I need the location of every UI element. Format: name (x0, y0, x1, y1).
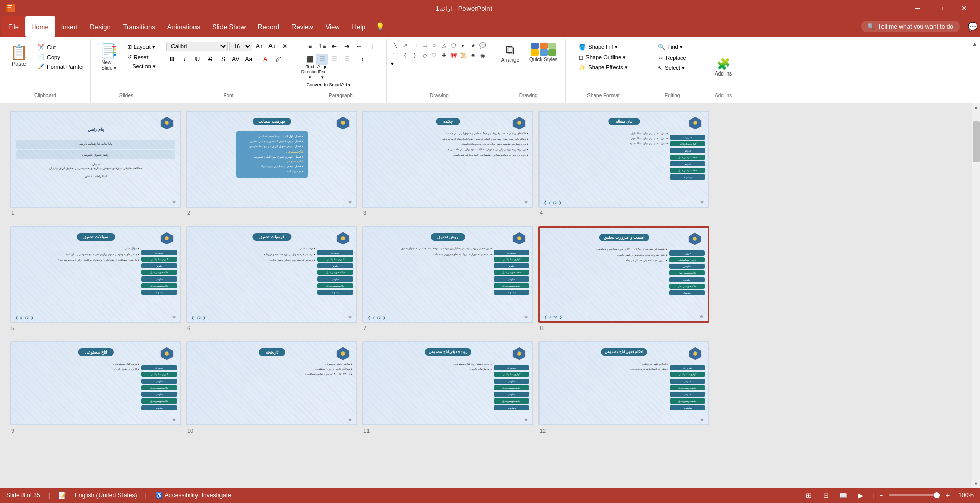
new-slide-button[interactable]: 📑 NewSlide ▾ (95, 41, 123, 73)
slide-thumbnail-5[interactable]: سوالات تحقیق ضرورت گواری سکو‌پلایتی خلوص… (10, 226, 181, 323)
font-spacing-btn[interactable]: AV (230, 54, 241, 65)
notes-btn[interactable]: 📝 (58, 492, 66, 499)
shape-triangle[interactable]: △ (439, 41, 449, 50)
line-spacing-btn[interactable]: ↕ (357, 54, 368, 65)
slide-grid[interactable]: پیام رئیس پایان‌نامه کارشناسی ارشد رشته … (0, 103, 972, 488)
reset-button[interactable]: ↺ Reset (125, 53, 158, 61)
shape-callout[interactable]: 💬 (478, 41, 487, 50)
cut-button[interactable]: ✂️ Cut (36, 43, 86, 52)
shape-rect[interactable]: □ (410, 41, 420, 50)
change-case-btn[interactable]: Aa (243, 54, 254, 65)
menu-item-view[interactable]: View (320, 16, 346, 37)
slide-thumbnail-12[interactable]: احکام فقهی لناح مصنوعی ضرورت گواری سکو‌پ… (538, 341, 709, 425)
clear-format-btn[interactable]: ✕ (279, 41, 290, 52)
slide-thumbnail-7[interactable]: روش تحقیق ضرورت گواری سکو‌پلایتی خلوص خل… (362, 226, 533, 323)
italic-btn[interactable]: I (179, 54, 190, 65)
zoom-in-btn[interactable]: + (946, 491, 950, 499)
decrease-indent-btn[interactable]: ⇤ (329, 41, 340, 52)
shape-chevron[interactable]: ⟩ (410, 51, 420, 60)
font-name-select[interactable]: Calibri (166, 42, 228, 51)
text-direction-2-btn[interactable]: Text Direction ▾ (304, 66, 315, 78)
shape-fill-button[interactable]: 🪣 Shape Fill ▾ (577, 43, 629, 52)
shape-oval[interactable]: ○ (430, 41, 439, 50)
font-size-select[interactable]: 16 (229, 42, 252, 51)
scroll-thumb[interactable] (973, 121, 980, 162)
menu-item-home[interactable]: Home (25, 16, 55, 37)
format-painter-button[interactable]: 🖌️ Format Painter (36, 62, 86, 71)
replace-button[interactable]: ↔ Replace (656, 54, 688, 62)
align-left-btn[interactable]: ⬛ (304, 54, 315, 65)
copy-button[interactable]: 📄 Copy (36, 53, 86, 61)
bullets-btn[interactable]: ≡ (304, 41, 315, 52)
shape-line[interactable]: ╲ (391, 41, 400, 50)
slide-thumbnail-9[interactable]: لناح مصنوعی ضرورت گواری سکو‌پلایتی خلوص … (10, 341, 181, 425)
find-button[interactable]: 🔍 Find ▾ (656, 43, 688, 52)
slideshow-view-btn[interactable]: ▶ (855, 490, 866, 501)
increase-indent-btn[interactable]: ⇥ (341, 41, 352, 52)
shape-pentagon[interactable]: ⬠ (449, 41, 458, 50)
align-text-btn[interactable]: Align Text ▾ (316, 66, 328, 78)
menu-item-transitions[interactable]: Transitions (117, 16, 161, 37)
slide-thumbnail-2[interactable]: فهرست مطالب ● فصل اول:کلیات و مفاهیم اسا… (186, 111, 357, 208)
paste-button[interactable]: 📋 Paste (6, 42, 32, 69)
maximize-btn[interactable]: □ (929, 0, 952, 16)
shape-arc[interactable]: ⌒ (391, 51, 400, 60)
strikethrough-btn[interactable]: S (205, 54, 216, 65)
zoom-slider[interactable] (889, 494, 940, 496)
normal-view-btn[interactable]: ⊞ (803, 490, 814, 501)
shape-scroll[interactable]: 📜 (459, 51, 468, 60)
slide-thumbnail-10[interactable]: تاریخچه ● سابقه تاریخی موضوع... ● تحولات… (186, 341, 357, 425)
minimize-btn[interactable]: ─ (905, 0, 929, 16)
convert-smartart-btn[interactable]: Convert to SmartArt ▾ (304, 79, 353, 90)
chat-icon[interactable]: 💬 (968, 22, 978, 32)
text-direction-btn[interactable]: ↔ (353, 41, 364, 52)
menu-item-file[interactable]: File (2, 16, 25, 37)
slide-thumbnail-4[interactable]: بیان مساله ضرورت گواری سکو‌پلایتی خلوص خ… (538, 111, 709, 208)
font-color-btn[interactable]: A (260, 54, 271, 65)
shape-arrow[interactable]: ↗ (401, 41, 410, 50)
text-highlight-btn[interactable]: 🖊 (273, 54, 284, 65)
shape-rounded-rect[interactable]: ▭ (420, 41, 429, 50)
shape-star[interactable]: ★ (469, 41, 478, 50)
menu-item-record[interactable]: Record (252, 16, 285, 37)
scrollbar[interactable]: ▲ ▼ (972, 103, 980, 488)
shadow-btn[interactable]: S (217, 54, 229, 65)
shapes-expand[interactable]: ▾ (391, 61, 394, 66)
ribbon-collapse-btn[interactable]: ▲ (970, 39, 980, 49)
menu-item-review[interactable]: Review (285, 16, 320, 37)
numbering-btn[interactable]: 1≡ (316, 41, 328, 52)
tell-me-box[interactable]: 🔍 Tell me what you want to do (861, 21, 960, 32)
slide-thumbnail-6[interactable]: فرضیات تحقیق ضرورت گواری سکو‌پلایتی خلوص… (186, 226, 357, 323)
scroll-track[interactable] (972, 111, 980, 480)
menu-item-animations[interactable]: Animations (161, 16, 206, 37)
section-button[interactable]: ≡ Section ▾ (125, 62, 158, 71)
reading-view-btn[interactable]: 📖 (838, 490, 849, 501)
slide-thumbnail-1[interactable]: پیام رئیس پایان‌نامه کارشناسی ارشد رشته … (10, 111, 181, 208)
select-button[interactable]: ↖ Select ▾ (656, 64, 688, 72)
zoom-out-btn[interactable]: - (880, 491, 883, 499)
shape-effects-button[interactable]: ✨ Shape Effects ▾ (577, 63, 629, 72)
underline-btn[interactable]: U (192, 54, 203, 65)
shape-droplet[interactable]: ◉ (478, 51, 487, 60)
addins-button[interactable]: 🧩 Add-ins (713, 56, 734, 79)
menu-item-insert[interactable]: Insert (55, 16, 84, 37)
slide-thumbnail-11[interactable]: روند حقوقی لناح مصنوعی ضرورت گواری سکو‌پ… (362, 341, 533, 425)
slide-thumbnail-3[interactable]: چکیده ● خلاصه‌ای از تمام مباحث و قرارداد… (362, 111, 533, 208)
shape-explosion[interactable]: ✸ (469, 51, 478, 60)
menu-item-help[interactable]: Help (346, 16, 372, 37)
shape-cross[interactable]: ✚ (439, 51, 449, 60)
shape-heart[interactable]: ♡ (430, 51, 439, 60)
justify-btn[interactable]: ☰ (341, 54, 352, 65)
shape-bracket[interactable]: { (401, 51, 410, 60)
slide-thumbnail-8[interactable]: اهمیت و ضرورت تحقیق ضرورت گواری سکو‌پلای… (538, 226, 709, 323)
bold-btn[interactable]: B (166, 54, 178, 65)
columns-btn[interactable]: ⫼ (365, 41, 377, 52)
increase-font-btn[interactable]: A↑ (254, 41, 265, 52)
shape-outline-button[interactable]: ◻ Shape Outline ▾ (577, 53, 629, 62)
close-btn[interactable]: ✕ (952, 0, 976, 16)
align-right-btn[interactable]: ☰ (329, 54, 340, 65)
accessibility-btn[interactable]: ♿ Accessibility: Investigate (155, 492, 231, 499)
scroll-down-arrow[interactable]: ▼ (972, 480, 981, 488)
shape-diamond[interactable]: ◇ (420, 51, 429, 60)
layout-button[interactable]: ⊞ Layout ▾ (125, 43, 158, 52)
